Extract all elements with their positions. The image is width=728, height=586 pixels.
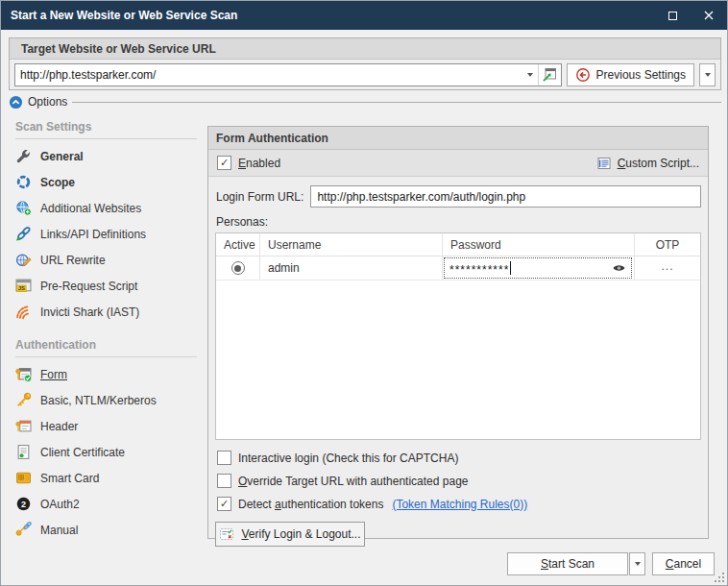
scan-dialog-window: Start a New Website or Web Service Scan … — [0, 0, 728, 586]
verify-login-logout-label: Verify Login & Logout... — [241, 527, 360, 541]
maximize-button[interactable] — [654, 1, 691, 30]
sidebar-item-form[interactable]: Form — [9, 361, 203, 387]
column-header-password[interactable]: Password — [443, 233, 635, 256]
sidebar-item-pre-request-script[interactable]: JS Pre-Request Script — [9, 273, 203, 299]
form-authentication-header: Form Authentication — [208, 127, 708, 150]
login-form-url-label: Login Form URL: — [216, 190, 303, 204]
enabled-row: ✓ Enabled Custom Script... — [208, 150, 708, 177]
personas-table: Active Username Password OTP admin *****… — [215, 232, 701, 440]
detect-tokens-checkbox[interactable]: ✓ — [217, 497, 231, 511]
enabled-checkbox[interactable]: ✓ — [217, 156, 231, 170]
resize-grip[interactable] — [715, 573, 725, 583]
sidebar-item-links-api-definitions[interactable]: Links/API Definitions — [9, 221, 203, 247]
target-url-combobox[interactable]: http://php.testsparker.com/ — [14, 63, 562, 86]
sidebar-item-header[interactable]: Header — [9, 413, 203, 439]
sidebar-item-smart-card[interactable]: Smart Card — [9, 465, 203, 491]
shark-waves-icon — [15, 304, 32, 320]
sidebar-item-invicti-shark[interactable]: Invicti Shark (IAST) — [9, 299, 203, 325]
override-target-checkbox[interactable] — [217, 474, 231, 488]
interactive-login-row: Interactive login (Check this for CAPTCH… — [217, 451, 708, 465]
sidebar-item-scope[interactable]: Scope — [9, 169, 203, 195]
login-form-url-row: Login Form URL: http://php.testsparker.c… — [216, 185, 701, 208]
column-header-otp[interactable]: OTP — [635, 233, 700, 256]
close-button[interactable] — [691, 1, 727, 30]
footer-button-bar: Start Scan Cancel — [507, 552, 715, 575]
form-key-check-icon — [15, 366, 32, 382]
column-header-username[interactable]: Username — [260, 233, 443, 256]
custom-script-label: Custom Script... — [618, 157, 699, 170]
personas-table-empty-area[interactable] — [216, 281, 700, 439]
previous-settings-dropdown[interactable] — [699, 63, 716, 86]
options-label: Options — [28, 95, 67, 109]
interactive-login-checkbox[interactable] — [217, 451, 231, 465]
previous-settings-label: Previous Settings — [596, 68, 686, 82]
header-key-icon — [15, 418, 32, 434]
sidebar-section-scan-settings: Scan Settings — [9, 114, 203, 136]
chain-link-icon — [15, 226, 32, 242]
eye-icon — [612, 262, 626, 274]
key-link-icon — [15, 522, 32, 538]
previous-settings-icon — [575, 67, 591, 83]
oauth2-icon: 2 — [15, 496, 32, 512]
verify-login-logout-button[interactable]: Verify Login & Logout... — [215, 522, 365, 547]
password-masked-value: *********** — [449, 259, 509, 277]
certificate-icon — [15, 444, 32, 460]
target-url-dropdown[interactable] — [522, 64, 538, 85]
sidebar-item-manual[interactable]: Manual — [9, 517, 203, 543]
cancel-button[interactable]: Cancel — [652, 552, 715, 575]
password-cell: *********** — [443, 256, 635, 280]
smart-card-icon — [15, 470, 32, 486]
text-cursor — [510, 261, 511, 275]
start-scan-button[interactable]: Start Scan — [507, 552, 628, 575]
sidebar-item-additional-websites[interactable]: Additional Websites — [9, 195, 203, 221]
start-scan-label: Start Scan — [541, 557, 595, 571]
detect-tokens-row: ✓ Detect authentication tokens (Token Ma… — [217, 497, 708, 511]
custom-script-button[interactable]: Custom Script... — [596, 156, 699, 171]
password-input[interactable]: *********** — [444, 257, 632, 279]
sidebar-item-basic-ntlm-kerberos[interactable]: Basic, NTLM/Kerberos — [9, 387, 203, 413]
maximize-icon — [668, 12, 677, 20]
detect-tokens-label: Detect authentication tokens — [238, 498, 383, 511]
target-url-group-header: Target Website or Web Service URL — [10, 38, 720, 60]
override-target-label: Override Target URL with authenticated p… — [238, 475, 468, 488]
target-url-group: Target Website or Web Service URL http:/… — [9, 37, 721, 90]
divider — [15, 356, 197, 357]
cancel-label: Cancel — [666, 557, 701, 571]
wrench-icon — [15, 148, 32, 164]
enabled-label: Enabled — [238, 157, 280, 170]
svg-text:JS: JS — [18, 285, 25, 291]
custom-script-icon — [596, 156, 612, 171]
globe-plus-icon — [15, 200, 32, 216]
options-toggle[interactable]: Options — [9, 94, 721, 110]
column-header-active[interactable]: Active — [216, 233, 260, 256]
personas-table-header: Active Username Password OTP — [216, 233, 700, 256]
open-in-browser-button[interactable] — [538, 64, 561, 85]
sidebar-item-oauth2[interactable]: 2 OAuth2 — [9, 491, 203, 517]
table-row[interactable]: admin *********** — [216, 256, 700, 281]
chevron-down-icon — [705, 73, 711, 77]
sidebar-item-general[interactable]: General — [9, 143, 203, 169]
interactive-login-label: Interactive login (Check this for CAPTCH… — [238, 452, 458, 465]
key-icon — [15, 392, 32, 408]
collapse-chevron-icon — [9, 95, 23, 110]
start-scan-dropdown[interactable] — [629, 552, 645, 575]
reveal-password-button[interactable] — [612, 262, 626, 274]
chevron-down-icon — [635, 562, 641, 566]
titlebar: Start a New Website or Web Service Scan — [1, 1, 727, 30]
sidebar-section-authentication: Authentication — [9, 332, 203, 354]
globe-pencil-icon — [15, 252, 32, 268]
close-icon — [704, 11, 714, 20]
token-matching-rules-link[interactable]: (Token Matching Rules(0)) — [392, 498, 527, 511]
login-form-url-input[interactable]: http://php.testsparker.com/auth/login.ph… — [310, 185, 701, 208]
username-cell[interactable]: admin — [260, 256, 443, 280]
sidebar-item-url-rewrite[interactable]: URL Rewrite — [9, 247, 203, 273]
chevron-down-icon — [527, 73, 533, 77]
sidebar-item-client-certificate[interactable]: Client Certificate — [9, 439, 203, 465]
previous-settings-button[interactable]: Previous Settings — [567, 63, 694, 86]
otp-ellipsis-button[interactable]: ... — [661, 259, 673, 277]
divider — [15, 138, 197, 139]
svg-text:2: 2 — [21, 500, 26, 509]
active-radio[interactable] — [231, 261, 245, 275]
target-url-value[interactable]: http://php.testsparker.com/ — [15, 68, 522, 82]
options-divider — [72, 102, 721, 103]
